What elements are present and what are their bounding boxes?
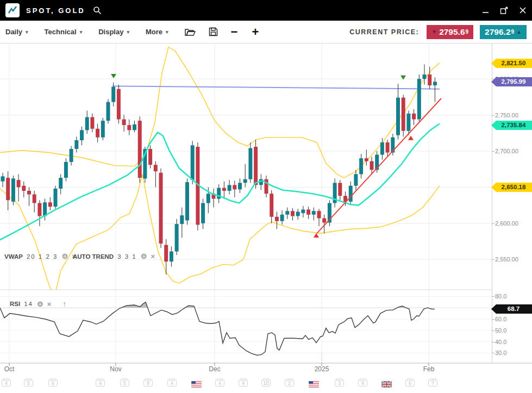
candlestick [111, 87, 115, 102]
rsi-tick-dash [492, 319, 495, 320]
price-axis-badge: 2,821.50 [491, 59, 532, 68]
us-flag-news-icon[interactable] [191, 380, 202, 390]
auto-trend-settings-gear-icon[interactable]: ⚙ [141, 252, 147, 260]
candlestick [338, 183, 342, 196]
rsi-tick-dash [492, 342, 495, 342]
chevron-down-icon: ▾ [26, 29, 28, 35]
auto-trend-remove-icon[interactable]: × [151, 252, 155, 260]
vwap-line [0, 124, 440, 240]
candlestick [386, 142, 390, 153]
rsi-tick-dash [492, 296, 495, 297]
rsi-remove-icon[interactable]: × [47, 300, 52, 308]
x-axis-label-oct: Oct [4, 365, 15, 373]
candlestick [154, 165, 158, 171]
menu-more[interactable]: More ▾ [146, 28, 168, 36]
candlestick [396, 98, 400, 135]
vwap-settings-gear-icon[interactable]: ⚙ [61, 252, 68, 260]
save-icon[interactable] [209, 27, 218, 36]
calendar-day-event[interactable]: 4 [96, 379, 105, 386]
auto-trend-name: AUTO TREND [73, 253, 114, 260]
candlestick [74, 140, 78, 149]
rsi-axis-label: 30.0 [495, 350, 506, 356]
candlestick [270, 194, 273, 217]
calendar-day-event[interactable]: 9 [358, 379, 367, 386]
restore-window-button[interactable] [500, 7, 508, 15]
price-tick-dash [492, 259, 495, 260]
calendar-day-event[interactable]: 4 [167, 379, 177, 386]
bollinger-upper-band [0, 47, 440, 178]
close-button[interactable] [519, 7, 527, 14]
calendar-day-event[interactable]: 5 [24, 379, 33, 386]
candlestick [175, 224, 179, 252]
price-down-arrow-icon: ▼ [431, 29, 437, 35]
calendar-day-event[interactable]: 7 [428, 379, 437, 386]
candlestick [85, 117, 89, 130]
x-axis-label-dec: Dec [209, 365, 220, 373]
candlestick [233, 185, 236, 189]
auto-trend-resistance-line[interactable] [112, 86, 440, 89]
calendar-day-event[interactable]: 6 [405, 379, 415, 386]
calendar-day-event[interactable]: 4 [239, 379, 248, 386]
candlestick [380, 142, 384, 155]
chevron-down-icon: ▾ [80, 29, 83, 35]
zoom-out-button[interactable]: − [231, 27, 238, 38]
candlestick [22, 186, 26, 191]
candlestick [317, 211, 321, 218]
candlestick [296, 212, 300, 216]
uk-flag-news-icon[interactable] [381, 380, 392, 390]
candlestick [37, 203, 41, 216]
menu-display[interactable]: Display ▾ [98, 28, 129, 36]
us-flag-news-icon[interactable] [309, 380, 319, 390]
rsi-line [0, 302, 435, 355]
candlestick [243, 179, 247, 183]
candlestick [138, 121, 142, 178]
candlestick [406, 114, 410, 131]
toolbar: Daily ▾ Technical ▾ Display ▾ More ▾ − +… [0, 21, 532, 43]
calendar-day-event[interactable]: 2 [285, 379, 294, 386]
price-axis-badge: 2,650.18 [491, 183, 532, 192]
calendar-day-event[interactable]: 5 [120, 379, 129, 386]
price-axis-label: 2,750.00 [495, 112, 518, 118]
candlestick [280, 215, 284, 221]
candlestick [80, 130, 84, 140]
rsi-settings-gear-icon[interactable]: ⚙ [37, 300, 43, 308]
candlestick [402, 98, 405, 131]
auto-trend-params: 3 3 1 [117, 253, 137, 260]
rsi-value-badge: 68.7 [491, 304, 532, 314]
price-up-arrow-icon: ▲ [516, 29, 522, 35]
candlestick [127, 125, 131, 130]
calendar-day-event[interactable]: 4 [2, 379, 11, 386]
menu-timeframe-daily[interactable]: Daily ▾ [5, 28, 28, 36]
trading-app-window: VWAP 20 1 2 3 ⚙ × AUTO TREND 3 3 1 ⚙ × R… [0, 0, 532, 393]
menu-technical[interactable]: Technical ▾ [45, 28, 83, 36]
candlestick [306, 210, 310, 215]
candlestick [70, 149, 73, 162]
candlestick [312, 211, 316, 215]
rsi-tick-dash [492, 353, 495, 353]
candlestick [322, 219, 326, 223]
candlestick [11, 178, 15, 202]
minimize-button[interactable] [482, 7, 489, 14]
calendar-day-event[interactable]: 8 [143, 379, 153, 386]
bid-price-button[interactable]: ▼ 2795.69 [427, 25, 473, 39]
search-icon[interactable] [93, 6, 102, 15]
candlestick [96, 129, 99, 138]
open-folder-icon[interactable] [185, 28, 196, 36]
ask-price-button[interactable]: 2796.29 ▲ [480, 25, 527, 39]
zoom-in-button[interactable]: + [252, 27, 259, 38]
calendar-day-event[interactable]: 10 [261, 379, 271, 386]
calendar-day-event[interactable]: 3 [335, 379, 344, 386]
calendar-day-event[interactable]: 4 [215, 379, 224, 386]
current-price-label: CURRENT PRICE: [349, 28, 419, 36]
candlestick [122, 120, 126, 126]
rsi-move-pane-up-icon[interactable]: ↑ [62, 300, 66, 308]
calendar-day-event[interactable]: 6 [48, 379, 58, 386]
chevron-down-icon: ▾ [166, 29, 168, 35]
candlestick [33, 195, 36, 203]
candlestick [275, 217, 279, 221]
buy-signal-triangle-icon [408, 136, 414, 140]
candlestick [17, 180, 21, 187]
candlestick [148, 149, 152, 165]
candlestick [191, 145, 195, 180]
auto-trend-support-line[interactable] [317, 98, 441, 233]
